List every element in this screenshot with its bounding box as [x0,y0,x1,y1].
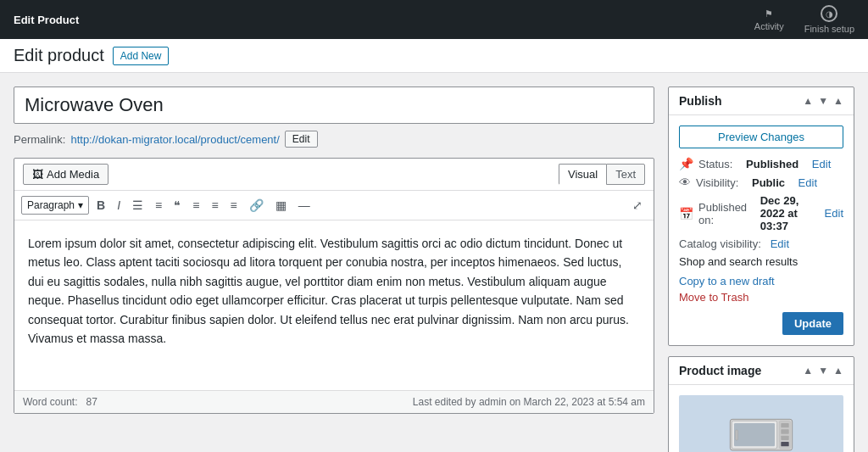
published-value: Dec 29, 2022 at 03:37 [760,194,811,232]
status-edit-link[interactable]: Edit [812,158,831,170]
product-title-input[interactable] [14,86,654,124]
product-image-down[interactable]: ▼ [818,365,828,377]
last-edited: Last edited by admin on March 22, 2023 a… [413,396,645,408]
permalink-url[interactable]: http://dokan-migrator.local/product/ceme… [70,133,279,146]
tab-visual[interactable]: Visual [559,164,606,185]
permalink-edit-button[interactable]: Edit [285,131,318,148]
status-value: Published [746,158,798,170]
publish-collapse-up[interactable]: ▲ [803,95,813,107]
align-center-button[interactable]: ≡ [207,196,222,215]
unordered-list-button[interactable]: ☰ [128,196,147,215]
admin-bar-title: Edit Product [14,14,79,26]
finish-setup-button[interactable]: ◑ Finish setup [804,5,854,34]
product-image-area[interactable] [679,395,843,452]
editor-toolbar: Paragraph ▾ B I ☰ ≡ ❝ ≡ ≡ ≡ 🔗 ▦ — ⤢ [14,191,654,220]
published-label: Published on: [698,201,747,226]
visibility-value: Public [752,176,785,189]
italic-button[interactable]: I [113,196,125,215]
paragraph-select[interactable]: Paragraph ▾ [21,196,89,215]
permalink-row: Permalink: http://dokan-migrator.local/p… [14,131,654,148]
status-label: Status: [698,158,732,170]
catalog-value: Shop and search results [679,255,843,268]
bold-button[interactable]: B [92,196,109,215]
more-button[interactable]: — [294,196,314,215]
calendar-icon: 📅 [679,207,693,220]
media-icon: 🖼 [32,168,43,181]
finish-setup-label: Finish setup [804,24,854,34]
publish-panel-body: Preview Changes 📌 Status: Published Edit… [669,115,854,345]
chevron-down-icon: ▾ [78,199,83,211]
visibility-icon: 👁 [679,176,691,189]
expand-button[interactable]: ⤢ [628,196,647,215]
svg-rect-5 [781,423,788,427]
publish-panel-header: Publish ▲ ▼ ▲ [669,87,854,115]
draft-actions: Copy to a new draft Move to Trash [679,275,843,304]
product-image-title: Product image [679,364,761,377]
word-count-area: Word count: 87 [23,396,97,408]
visibility-label: Visibility: [696,176,738,189]
permalink-label: Permalink: [14,133,65,146]
admin-bar: Edit Product ⚑ Activity ◑ Finish setup [0,0,868,39]
status-row: 📌 Status: Published Edit [679,157,843,170]
tab-text[interactable]: Text [606,164,645,185]
svg-rect-2 [734,423,775,446]
copy-draft-link[interactable]: Copy to a new draft [679,275,843,287]
product-image-body [669,385,854,452]
align-left-button[interactable]: ≡ [188,196,203,215]
right-column: Publish ▲ ▼ ▲ Preview Changes 📌 Status: … [668,86,854,452]
publish-actions: Update [679,312,843,335]
editor-top-bar: 🖼 Add Media Visual Text [14,159,654,191]
product-image-close[interactable]: ▲ [833,365,843,377]
product-image-up[interactable]: ▲ [803,365,813,377]
catalog-row: Catalog visibility: Edit [679,237,843,250]
editor-box: 🖼 Add Media Visual Text Paragraph ▾ B I … [14,158,654,414]
editor-tabs: Visual Text [559,164,645,185]
visibility-edit-link[interactable]: Edit [798,176,817,189]
ordered-list-button[interactable]: ≡ [151,196,166,215]
product-image-header: Product image ▲ ▼ ▲ [669,357,854,385]
product-image-svg [727,408,795,452]
page-title: Edit product [14,46,104,65]
add-media-button[interactable]: 🖼 Add Media [23,164,108,185]
flag-icon: ⚑ [765,8,773,20]
update-button[interactable]: Update [782,312,843,335]
publish-title: Publish [679,94,722,108]
publish-panel: Publish ▲ ▼ ▲ Preview Changes 📌 Status: … [668,86,854,346]
catalog-edit-link[interactable]: Edit [771,237,789,250]
activity-label: Activity [754,21,784,31]
svg-rect-7 [781,436,788,440]
publish-collapse-down[interactable]: ▼ [818,95,828,107]
catalog-label: Catalog visibility: [679,237,761,250]
visibility-row: 👁 Visibility: Public Edit [679,176,843,189]
align-right-button[interactable]: ≡ [226,196,242,215]
circle-half-icon: ◑ [821,5,837,22]
svg-rect-3 [735,430,737,440]
publish-panel-controls: ▲ ▼ ▲ [803,95,843,107]
move-trash-link[interactable]: Move to Trash [679,291,843,304]
product-image-panel: Product image ▲ ▼ ▲ [668,356,854,452]
editor-content[interactable]: Lorem ipsum dolor sit amet, consectetur … [14,220,654,390]
blockquote-button[interactable]: ❝ [170,196,185,215]
add-new-button[interactable]: Add New [113,47,170,65]
product-image-controls: ▲ ▼ ▲ [803,365,843,377]
activity-button[interactable]: ⚑ Activity [754,8,784,31]
main-layout: Permalink: http://dokan-migrator.local/p… [0,73,868,452]
svg-rect-8 [781,442,788,446]
status-icon: 📌 [679,157,693,170]
left-column: Permalink: http://dokan-migrator.local/p… [14,86,654,414]
insert-table-button[interactable]: ▦ [271,196,291,215]
published-edit-link[interactable]: Edit [825,207,843,220]
editor-footer: Word count: 87 Last edited by admin on M… [14,390,654,413]
svg-rect-6 [781,429,788,433]
admin-bar-actions: ⚑ Activity ◑ Finish setup [754,5,854,34]
published-row: 📅 Published on: Dec 29, 2022 at 03:37 Ed… [679,194,843,232]
preview-changes-button[interactable]: Preview Changes [679,126,843,148]
sub-bar: Edit product Add New [0,39,868,73]
link-button[interactable]: 🔗 [245,196,268,215]
publish-close[interactable]: ▲ [833,95,843,107]
